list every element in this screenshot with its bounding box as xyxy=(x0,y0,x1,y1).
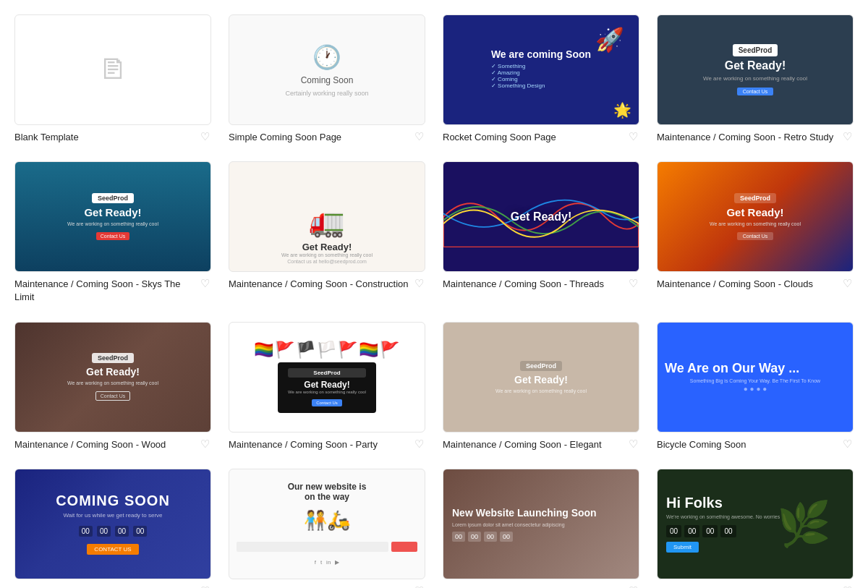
card-title-clouds: Maintenance / Coming Soon - Clouds xyxy=(657,278,837,291)
party-flags: 🏳️‍🌈🚩🏴🏳️🚩🏳️‍🌈🚩 xyxy=(254,341,401,359)
card-title-city: City Coming Soon Page xyxy=(229,585,409,588)
fern-timer: 00 00 00 00 xyxy=(666,525,780,537)
party-sub: We are working on something really cool xyxy=(288,390,366,394)
rocket-headline: We are coming Soon xyxy=(491,48,591,60)
favorite-btn-realestate[interactable]: ♡ xyxy=(199,585,211,588)
card-info-realestate: Real Estate Coming Soon ♡ xyxy=(14,585,211,588)
wood-sub: We are working on something really cool xyxy=(67,380,158,385)
coming-soon-text: Coming Soon xyxy=(301,75,354,85)
fashion-timer: 00 00 00 00 xyxy=(452,532,513,542)
favorite-btn-construction[interactable]: ♡ xyxy=(413,278,425,289)
card-city[interactable]: Our new website ison the way 🧑‍🤝‍🧑🛵 ftin… xyxy=(229,469,425,588)
thumb-blank: 🖹 xyxy=(14,14,211,125)
favorite-btn-wood[interactable]: ♡ xyxy=(199,438,211,449)
thumb-bicycle: We Are on Our Way ... Something Big is C… xyxy=(657,322,854,433)
fern-content: Hi Folks We're working on something awes… xyxy=(666,495,780,553)
city-input-row xyxy=(237,542,417,552)
thumb-retro: SeedProd Get Ready! We are working on so… xyxy=(657,14,854,125)
card-info-threads: Maintenance / Coming Soon - Threads ♡ xyxy=(443,278,639,291)
thumb-skys: SeedProd Get Ready! We are working on so… xyxy=(14,161,211,272)
thumb-simple: 🕐 Coming Soon Certainly working really s… xyxy=(229,14,425,125)
card-blank[interactable]: 🖹 Blank Template ♡ xyxy=(14,14,211,144)
thumb-clouds: SeedProd Get Ready! We are working on so… xyxy=(657,161,854,272)
favorite-btn-threads[interactable]: ♡ xyxy=(627,278,639,289)
card-info-party: Maintenance / Coming Soon - Party ♡ xyxy=(229,438,425,451)
skys-brand: SeedProd xyxy=(92,193,134,203)
favorite-btn-elegant[interactable]: ♡ xyxy=(627,438,639,449)
skys-sub: We are working on something really cool xyxy=(67,221,158,226)
card-simple[interactable]: 🕐 Coming Soon Certainly working really s… xyxy=(229,14,425,144)
card-title-retro: Maintenance / Coming Soon - Retro Study xyxy=(657,131,837,144)
clouds-brand: SeedProd xyxy=(734,193,776,203)
thumb-fern: 🌿 Hi Folks We're working on something aw… xyxy=(657,469,854,579)
thumb-wood: SeedProd Get Ready! We are working on so… xyxy=(14,322,211,433)
favorite-btn-rocket[interactable]: ♡ xyxy=(627,131,639,142)
clouds-sub: We are working on something really cool xyxy=(710,221,801,226)
favorite-btn-fern[interactable]: ♡ xyxy=(841,585,854,588)
elegant-brand: SeedProd xyxy=(520,361,562,371)
favorite-btn-skys[interactable]: ♡ xyxy=(199,278,211,289)
favorite-btn-simple[interactable]: ♡ xyxy=(413,131,425,142)
card-info-blank: Blank Template ♡ xyxy=(14,131,211,144)
skys-get: Get Ready! xyxy=(84,206,141,218)
rocket-emoji: 🚀 xyxy=(595,26,624,54)
card-skys[interactable]: SeedProd Get Ready! We are working on so… xyxy=(14,161,211,304)
party-get: Get Ready! xyxy=(288,380,366,390)
city-social: ftin▶ xyxy=(315,559,340,566)
retro-brand: SeedProd xyxy=(733,44,778,56)
card-construction[interactable]: 🚛 Get Ready! We are working on something… xyxy=(229,161,425,304)
card-info-fashion: Fashion Coming Soon ♡ xyxy=(443,585,639,588)
favorite-btn-retro[interactable]: ♡ xyxy=(841,131,854,142)
thumb-realestate: Coming Soon Wait for us while we get rea… xyxy=(14,469,211,579)
thumb-fashion: New Website Launching Soon Lorem ipsum d… xyxy=(443,469,639,579)
card-title-fern: Fern Coming Soon xyxy=(657,585,837,588)
card-title-realestate: Real Estate Coming Soon xyxy=(14,585,195,588)
clouds-btn: Contact Us xyxy=(737,232,774,240)
thumb-elegant: SeedProd Get Ready! We are working on so… xyxy=(443,322,639,433)
card-party[interactable]: 🏳️‍🌈🚩🏴🏳️🚩🏳️‍🌈🚩 SeedProd Get Ready! We ar… xyxy=(229,322,425,451)
card-title-construction: Maintenance / Coming Soon - Construction xyxy=(229,278,409,291)
bicycle-dots: ● ● ● ● xyxy=(744,385,767,393)
card-info-bicycle: Bicycle Coming Soon ♡ xyxy=(657,438,854,451)
favorite-btn-blank[interactable]: ♡ xyxy=(199,131,211,142)
card-retro[interactable]: SeedProd Get Ready! We are working on so… xyxy=(657,14,854,144)
wood-btn: Contact Us xyxy=(95,391,131,401)
card-info-retro: Maintenance / Coming Soon - Retro Study … xyxy=(657,131,854,144)
card-clouds[interactable]: SeedProd Get Ready! We are working on so… xyxy=(657,161,854,304)
realestate-sub: Wait for us while we get ready to serve xyxy=(63,512,162,519)
card-fashion[interactable]: New Website Launching Soon Lorem ipsum d… xyxy=(443,469,639,588)
realestate-headline: Coming Soon xyxy=(56,493,170,509)
retro-btn: Contact Us xyxy=(737,88,774,95)
thumb-threads: Get Ready! xyxy=(443,161,639,272)
card-fern[interactable]: 🌿 Hi Folks We're working on something aw… xyxy=(657,469,854,588)
card-info-rocket: Rocket Coming Soon Page ♡ xyxy=(443,131,639,144)
card-title-bicycle: Bicycle Coming Soon xyxy=(657,438,837,451)
card-bicycle[interactable]: We Are on Our Way ... Something Big is C… xyxy=(657,322,854,451)
card-title-rocket: Rocket Coming Soon Page xyxy=(443,131,623,144)
favorite-btn-city[interactable]: ♡ xyxy=(413,585,425,588)
card-realestate[interactable]: Coming Soon Wait for us while we get rea… xyxy=(14,469,211,588)
favorite-btn-party[interactable]: ♡ xyxy=(413,438,425,449)
wood-brand: SeedProd xyxy=(92,353,134,363)
favorite-btn-clouds[interactable]: ♡ xyxy=(841,278,854,289)
favorite-btn-bicycle[interactable]: ♡ xyxy=(841,438,854,449)
card-rocket[interactable]: We are coming Soon ✓ Something✓ Amazing✓… xyxy=(443,14,639,144)
realestate-timer: 00 00 00 00 xyxy=(79,526,148,537)
threads-get: Get Ready! xyxy=(511,210,571,223)
city-headline: Our new website ison the way xyxy=(288,482,367,502)
realestate-btn: CONTACT US xyxy=(87,544,138,555)
card-title-fashion: Fashion Coming Soon xyxy=(443,585,623,588)
card-info-construction: Maintenance / Coming Soon - Construction… xyxy=(229,278,425,291)
card-info-clouds: Maintenance / Coming Soon - Clouds ♡ xyxy=(657,278,854,291)
party-btn: Contact Us xyxy=(312,399,342,406)
favorite-btn-fashion[interactable]: ♡ xyxy=(627,585,639,588)
card-threads[interactable]: Get Ready! Maintenance / Coming Soon - T… xyxy=(443,161,639,304)
card-elegant[interactable]: SeedProd Get Ready! We are working on so… xyxy=(443,322,639,451)
construction-sub: We are working on something really cool xyxy=(281,252,373,257)
card-info-city: City Coming Soon Page ♡ xyxy=(229,585,425,588)
skys-btn: Contact Us xyxy=(96,232,130,240)
fern-headline: Hi Folks xyxy=(666,495,780,511)
card-title-blank: Blank Template xyxy=(14,131,195,144)
card-wood[interactable]: SeedProd Get Ready! We are working on so… xyxy=(14,322,211,451)
fern-btn: Submit xyxy=(666,542,699,553)
